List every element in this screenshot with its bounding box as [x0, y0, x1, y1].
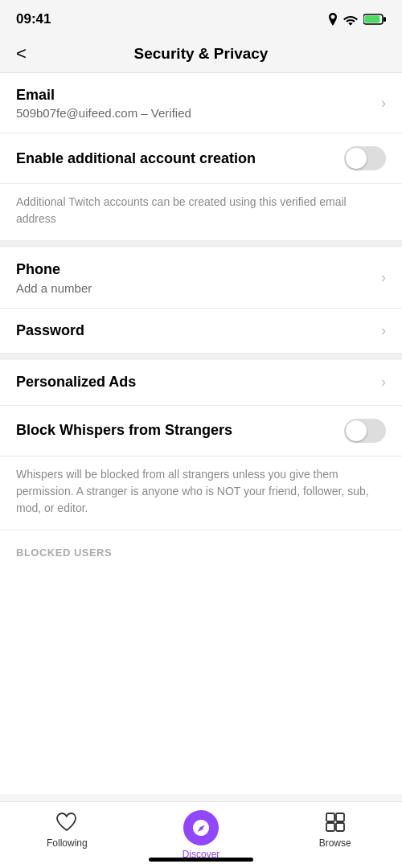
discover-icon-bg: [183, 810, 219, 845]
back-button[interactable]: <: [16, 43, 27, 64]
block-whispers-info: Whispers will be blocked from all strang…: [0, 457, 402, 530]
toggle-knob-2: [346, 420, 367, 441]
block-whispers-title: Block Whispers from Strangers: [16, 421, 344, 440]
browse-icon: [323, 810, 347, 834]
phone-title: Phone: [16, 260, 373, 279]
block-whispers-row: Block Whispers from Strangers: [0, 406, 402, 457]
page-title: Security & Privacy: [134, 45, 269, 63]
following-heart-icon: [55, 810, 79, 834]
section-divider-2: [0, 354, 402, 360]
enable-account-title: Enable additional account creation: [16, 149, 344, 168]
personalized-ads-chevron: ›: [381, 374, 386, 391]
svg-rect-3: [326, 813, 334, 821]
phone-row[interactable]: Phone Add a number ›: [0, 248, 402, 308]
toggle-knob: [346, 148, 367, 169]
status-bar: 09:41: [0, 0, 402, 35]
header: < Security & Privacy: [0, 35, 402, 73]
svg-rect-5: [326, 823, 334, 831]
svg-rect-6: [336, 823, 344, 831]
password-chevron: ›: [381, 322, 386, 339]
nav-item-discover[interactable]: Discover: [169, 810, 233, 860]
email-row[interactable]: Email 509b07fe@uifeed.com – Verified ›: [0, 73, 402, 133]
nav-item-following[interactable]: Following: [35, 810, 99, 849]
personalized-ads-row[interactable]: Personalized Ads ›: [0, 360, 402, 405]
email-chevron: ›: [381, 95, 386, 112]
enable-account-row: Enable additional account creation: [0, 133, 402, 184]
enable-account-toggle[interactable]: [344, 146, 386, 170]
password-title: Password: [16, 321, 373, 340]
blocked-users-header: BLOCKED USERS: [0, 530, 402, 567]
following-label: Following: [47, 837, 88, 849]
status-time: 09:41: [16, 11, 51, 27]
wifi-icon: [343, 14, 359, 26]
block-whispers-toggle[interactable]: [344, 419, 386, 443]
svg-rect-4: [336, 813, 344, 821]
personalized-ads-title: Personalized Ads: [16, 373, 373, 391]
svg-rect-1: [365, 16, 380, 23]
email-subtitle: 509b07fe@uifeed.com – Verified: [16, 106, 373, 120]
svg-rect-2: [384, 17, 386, 22]
phone-chevron: ›: [381, 269, 386, 286]
account-creation-info: Additional Twitch accounts can be create…: [0, 184, 402, 241]
battery-icon: [363, 14, 386, 25]
location-icon: [328, 13, 338, 26]
browse-label: Browse: [319, 837, 351, 849]
status-icons: [328, 13, 386, 26]
home-indicator: [149, 858, 253, 862]
password-row[interactable]: Password ›: [0, 309, 402, 354]
phone-subtitle: Add a number: [16, 281, 373, 295]
content-area: Email 509b07fe@uifeed.com – Verified › E…: [0, 73, 402, 794]
email-title: Email: [16, 86, 373, 104]
section-divider-1: [0, 241, 402, 248]
nav-item-browse[interactable]: Browse: [303, 810, 367, 849]
